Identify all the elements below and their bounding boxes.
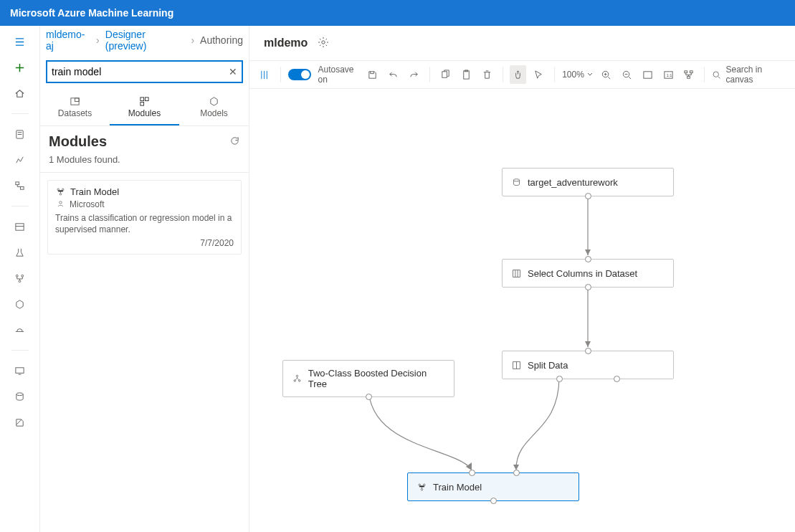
chevron-right-icon: › <box>96 34 100 46</box>
datastores-icon[interactable] <box>9 388 32 405</box>
compute-icon[interactable] <box>9 362 32 379</box>
fit-screen-icon[interactable] <box>639 65 656 84</box>
copy-icon[interactable] <box>437 65 454 84</box>
svg-point-18 <box>322 40 325 43</box>
datasets-icon[interactable] <box>9 218 32 235</box>
node-label: Select Columns in Dataset <box>528 268 637 279</box>
input-port-2[interactable] <box>513 470 520 476</box>
autosave-toggle[interactable] <box>288 69 311 80</box>
module-card[interactable]: Train Model Microsoft Trains a classific… <box>47 180 242 255</box>
breadcrumb-current: Authoring <box>200 34 243 46</box>
svg-rect-20 <box>464 70 470 78</box>
module-search-box: ✕ <box>46 60 243 83</box>
svg-rect-2 <box>20 186 24 189</box>
tab-datasets[interactable]: Datasets <box>40 90 110 125</box>
clear-icon[interactable]: ✕ <box>229 66 237 77</box>
select-icon[interactable] <box>530 65 547 84</box>
svg-point-8 <box>16 392 23 395</box>
svg-point-39 <box>294 379 295 381</box>
save-icon[interactable] <box>364 65 381 84</box>
svg-point-42 <box>424 484 425 485</box>
autosave-label: Autosave on <box>318 65 361 85</box>
designer-icon[interactable] <box>9 177 32 194</box>
refresh-icon[interactable] <box>229 136 240 148</box>
paste-icon[interactable] <box>458 65 475 84</box>
input-port[interactable] <box>585 256 591 262</box>
svg-marker-32 <box>585 341 591 347</box>
canvas-search-placeholder: Search in canvas <box>726 65 784 85</box>
pan-icon[interactable] <box>510 65 526 84</box>
auto-layout-icon[interactable] <box>681 65 698 84</box>
module-panel: mldemo-aj › Designer (preview) › Authori… <box>40 26 249 532</box>
card-title: Train Model <box>70 186 119 197</box>
split-icon <box>511 360 522 371</box>
labeling-icon[interactable] <box>9 414 32 431</box>
endpoints-icon[interactable] <box>9 321 32 338</box>
zoom-level[interactable]: 100% <box>562 70 594 80</box>
train-icon <box>416 482 427 493</box>
node-label: Train Model <box>433 482 482 493</box>
svg-rect-3 <box>16 223 24 229</box>
svg-point-15 <box>62 189 64 190</box>
svg-rect-19 <box>442 71 447 77</box>
delete-icon[interactable] <box>479 65 495 84</box>
pipeline-canvas[interactable]: target_adventurework Select Columns in D… <box>249 89 795 532</box>
tab-models[interactable]: Models <box>179 90 249 125</box>
add-icon[interactable] <box>9 59 32 76</box>
actual-size-icon[interactable]: 1:1 <box>660 65 677 84</box>
panel-heading: Modules <box>49 133 107 150</box>
output-port[interactable] <box>585 284 591 290</box>
canvas-search[interactable]: Search in canvas <box>712 65 784 85</box>
svg-text:1:1: 1:1 <box>666 73 672 77</box>
card-description: Trains a classification or regression mo… <box>55 212 234 235</box>
node-split-data[interactable]: Split Data <box>502 351 674 379</box>
breadcrumb-root[interactable]: mldemo-aj <box>46 29 90 52</box>
input-port-1[interactable] <box>469 470 475 476</box>
node-target-dataset[interactable]: target_adventurework <box>502 168 674 196</box>
output-port[interactable] <box>366 394 372 400</box>
gear-icon[interactable] <box>318 37 329 50</box>
tab-label: Models <box>200 108 228 118</box>
nav-divider <box>11 113 29 114</box>
experiments-icon[interactable] <box>9 244 32 261</box>
node-train-model[interactable]: Train Model <box>407 472 579 501</box>
home-icon[interactable] <box>9 85 32 102</box>
node-two-class-tree[interactable]: Two-Class Boosted Decision Tree <box>282 360 454 397</box>
pipelines-icon[interactable] <box>9 270 32 287</box>
module-search-input[interactable] <box>52 66 222 77</box>
svg-rect-36 <box>513 270 520 277</box>
svg-point-40 <box>298 379 300 381</box>
svg-point-17 <box>59 201 62 204</box>
node-select-columns[interactable]: Select Columns in Dataset <box>502 259 674 288</box>
app-title-bar: Microsoft Azure Machine Learning <box>0 0 795 26</box>
zoom-out-icon[interactable] <box>619 65 635 84</box>
main-layout: mldemo-aj › Designer (preview) › Authori… <box>0 26 795 532</box>
svg-point-4 <box>16 275 18 277</box>
automl-icon[interactable] <box>9 151 32 168</box>
results-count: 1 Modules found. <box>40 153 249 173</box>
tab-modules[interactable]: Modules <box>110 90 179 125</box>
tab-label: Modules <box>128 108 161 118</box>
svg-rect-1 <box>16 181 19 184</box>
svg-rect-29 <box>687 76 690 78</box>
models-icon[interactable] <box>9 295 32 313</box>
undo-icon[interactable] <box>385 65 401 84</box>
node-label: target_adventurework <box>528 177 618 188</box>
hamburger-icon[interactable] <box>9 33 32 50</box>
redo-icon[interactable] <box>406 65 422 84</box>
zoom-in-icon[interactable] <box>598 65 614 84</box>
notebooks-icon[interactable] <box>9 125 32 143</box>
svg-point-41 <box>419 484 420 485</box>
svg-rect-24 <box>644 71 652 77</box>
output-port-2[interactable] <box>614 376 620 382</box>
show-panel-icon[interactable] <box>257 65 273 84</box>
output-port-1[interactable] <box>556 376 563 382</box>
output-port[interactable] <box>585 193 591 199</box>
breadcrumb-designer[interactable]: Designer (preview) <box>105 29 186 52</box>
dataset-icon <box>511 177 522 188</box>
output-port[interactable] <box>490 498 497 504</box>
svg-point-14 <box>57 189 59 190</box>
app-title: Microsoft Azure Machine Learning <box>10 7 173 19</box>
canvas-toolbar: Autosave on 100% 1:1 Search in canvas <box>249 60 795 89</box>
input-port[interactable] <box>585 348 591 354</box>
